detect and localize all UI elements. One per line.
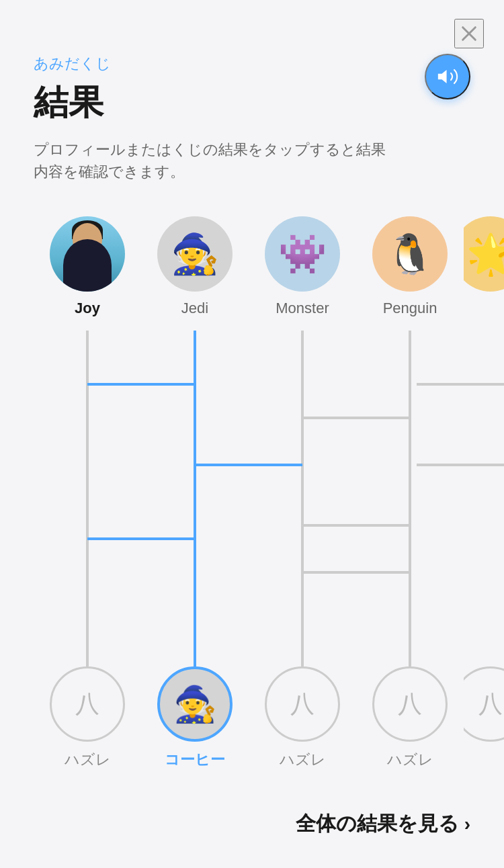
sound-icon: [436, 65, 459, 88]
results-section: 八 ハズレ 🧙 コーヒー 八 ハズレ 八 ハズレ 八: [0, 666, 504, 783]
avatar-joy: [50, 216, 125, 292]
participant-name-penguin: Penguin: [383, 300, 437, 317]
participant-monster[interactable]: 👾 Monster: [249, 216, 356, 317]
result-circle-coffee: 🧙: [157, 666, 233, 742]
result-hazure-4[interactable]: 八: [464, 666, 504, 750]
participant-name-joy: Joy: [75, 300, 100, 317]
page-subtitle: あみだくじ: [34, 54, 470, 74]
hazure-icon-3: 八: [398, 688, 422, 721]
result-hazure-1[interactable]: 八 ハズレ: [34, 666, 141, 770]
participant-penguin[interactable]: 🐧 Penguin: [356, 216, 464, 317]
view-all-label: 全体の結果を見る: [296, 810, 459, 838]
result-label-hazure-1: ハズレ: [65, 750, 111, 770]
result-hazure-2[interactable]: 八 ハズレ: [249, 666, 356, 770]
page-description: プロフィールまたはくじの結果をタップすると結果内容を確認できます。: [34, 138, 470, 183]
chevron-right-icon: ›: [464, 814, 470, 835]
hazure-icon-4: 八: [478, 688, 503, 721]
avatar-jedi: 🧙: [157, 216, 233, 292]
amida-svg: [0, 331, 504, 666]
participants-row: Joy 🧙 Jedi 👾 Monster 🐧 Penguin 🌟: [0, 216, 504, 317]
sound-button[interactable]: [425, 54, 470, 99]
result-circle-hazure-4: 八: [464, 666, 504, 742]
participant-joy[interactable]: Joy: [34, 216, 141, 317]
result-label-hazure-2: ハズレ: [280, 750, 326, 770]
amida-ladder[interactable]: [0, 331, 504, 666]
result-coffee[interactable]: 🧙 コーヒー: [141, 666, 249, 770]
close-button[interactable]: [454, 19, 484, 48]
participant-name-jedi: Jedi: [181, 300, 208, 317]
result-label-hazure-3: ハズレ: [387, 750, 433, 770]
results-row: 八 ハズレ 🧙 コーヒー 八 ハズレ 八 ハズレ 八: [0, 666, 504, 770]
result-circle-hazure-1: 八: [50, 666, 125, 742]
participant-unknown[interactable]: 🌟: [464, 216, 504, 300]
result-hazure-3[interactable]: 八 ハズレ: [356, 666, 464, 770]
page-title: 結果: [34, 79, 470, 126]
participants-section: Joy 🧙 Jedi 👾 Monster 🐧 Penguin 🌟: [0, 203, 504, 331]
view-all-button[interactable]: 全体の結果を見る ›: [296, 810, 470, 838]
footer: 全体の結果を見る ›: [0, 783, 504, 868]
avatar-monster: 👾: [265, 216, 340, 292]
result-circle-hazure-2: 八: [265, 666, 340, 742]
header: あみだくじ 結果 プロフィールまたはくじの結果をタップすると結果内容を確認できま…: [0, 0, 504, 183]
participant-name-monster: Monster: [276, 300, 329, 317]
avatar-penguin: 🐧: [372, 216, 448, 292]
participant-jedi[interactable]: 🧙 Jedi: [141, 216, 249, 317]
avatar-unknown: 🌟: [464, 216, 504, 292]
result-circle-hazure-3: 八: [372, 666, 448, 742]
result-label-coffee: コーヒー: [165, 750, 225, 770]
hazure-icon-2: 八: [290, 688, 314, 721]
hazure-icon-1: 八: [75, 688, 99, 721]
